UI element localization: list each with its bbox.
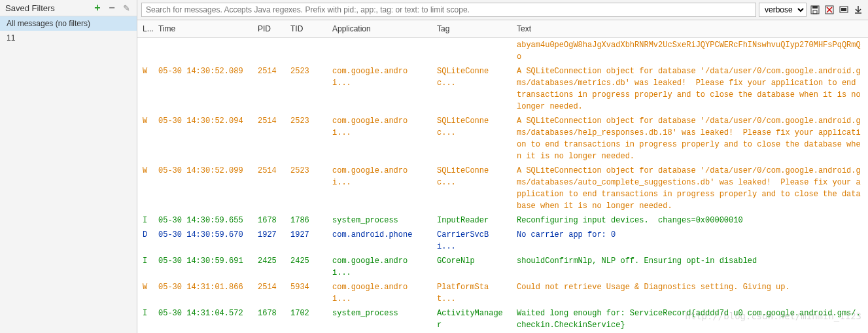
log-cell: 2523 (285, 114, 327, 164)
save-log-icon[interactable] (809, 4, 821, 16)
log-cell: 2425 (285, 254, 327, 280)
remove-filter-icon[interactable]: − (107, 3, 117, 13)
log-cell: 05-30 14:31:01.866 (153, 280, 252, 306)
log-row[interactable]: abyam4u0peOgW8haJgXvadXbhRNRMv2UcSxeRiJQ… (137, 38, 868, 65)
log-cell: 1927 (285, 228, 327, 254)
log-cell: I (137, 254, 153, 280)
col-tid[interactable]: TID (285, 20, 327, 38)
log-cell: A SQLiteConnection object for database '… (512, 164, 868, 213)
saved-filters-header: Saved Filters + − ✎ (0, 0, 137, 16)
logcat-main: verbose L... Time PID TID Application T (137, 0, 868, 333)
log-table-area[interactable]: L... Time PID TID Application Tag Text a… (137, 20, 868, 333)
clear-log-icon[interactable] (824, 4, 835, 16)
log-cell: com.google.androi... (327, 64, 432, 114)
log-cell: shouldConfirmNlp, NLP off. Ensuring opt-… (512, 254, 868, 280)
svg-rect-1 (812, 6, 818, 9)
log-cell: SQLiteConnec... (432, 64, 512, 114)
log-cell: SQLiteConnec... (432, 114, 512, 164)
log-cell: Reconfiguring input devices. changes=0x0… (512, 213, 868, 228)
screen-capture-icon[interactable] (838, 4, 850, 16)
col-level[interactable]: L... (137, 20, 153, 38)
log-row[interactable]: W05-30 14:30:52.09925142523com.google.an… (137, 164, 868, 213)
filter-item[interactable]: All messages (no filters) (0, 16, 137, 31)
log-cell: A SQLiteConnection object for database '… (512, 64, 868, 114)
log-row[interactable]: I05-30 14:31:04.57216781702system_proces… (137, 306, 868, 332)
log-cell: abyam4u0peOgW8haJgXvadXbhRNRMv2UcSxeRiJQ… (512, 38, 868, 65)
log-cell: I (137, 306, 153, 332)
log-cell: 2425 (252, 254, 285, 280)
log-cell: com.android.phone (327, 228, 432, 254)
log-cell: 05-30 14:30:52.089 (153, 64, 252, 114)
log-cell: 1678 (252, 213, 285, 228)
log-row[interactable]: I05-30 14:30:59.65516781786system_proces… (137, 213, 868, 228)
search-input[interactable] (141, 3, 756, 17)
log-cell: 2514 (252, 280, 285, 306)
log-row[interactable]: W05-30 14:31:01.86625145934com.google.an… (137, 280, 868, 306)
log-row[interactable]: W05-30 14:30:52.09425142523com.google.an… (137, 114, 868, 164)
log-cell: com.google.androi... (327, 164, 432, 213)
log-cell: CarrierSvcBi... (432, 228, 512, 254)
log-cell: 05-30 14:30:59.670 (153, 228, 252, 254)
log-cell: 05-30 14:31:04.572 (153, 306, 252, 332)
log-cell: I (137, 213, 153, 228)
log-cell: 1702 (285, 306, 327, 332)
log-row[interactable]: D05-30 14:30:59.67019271927com.android.p… (137, 228, 868, 254)
log-cell: GCoreNlp (432, 254, 512, 280)
svg-rect-7 (841, 8, 846, 11)
log-cell: system_process (327, 213, 432, 228)
logcat-toolbar: verbose (137, 0, 868, 20)
log-cell: system_process (327, 306, 432, 332)
log-cell (327, 38, 432, 65)
log-cell: W (137, 164, 153, 213)
edit-filter-icon[interactable]: ✎ (121, 3, 131, 13)
log-cell (432, 38, 512, 65)
log-cell: W (137, 64, 153, 114)
svg-rect-2 (813, 10, 817, 14)
log-cell: 2514 (252, 114, 285, 164)
scroll-lock-icon[interactable] (852, 4, 864, 16)
log-cell: ActivityManager (432, 306, 512, 332)
col-time[interactable]: Time (153, 20, 252, 38)
filter-item[interactable]: 11 (0, 31, 137, 45)
col-text[interactable]: Text (512, 20, 868, 38)
log-cell: 05-30 14:30:52.099 (153, 164, 252, 213)
log-cell: 2523 (285, 164, 327, 213)
log-cell: InputReader (432, 213, 512, 228)
log-level-select[interactable]: verbose (759, 3, 807, 17)
log-row[interactable]: I05-30 14:30:59.69124252425com.google.an… (137, 254, 868, 280)
filter-list: All messages (no filters)11 (0, 16, 137, 333)
log-cell: Waited long enough for: ServiceRecord{ad… (512, 306, 868, 332)
log-cell: 5934 (285, 280, 327, 306)
log-cell: 2514 (252, 64, 285, 114)
log-cell: 05-30 14:30:52.094 (153, 114, 252, 164)
log-cell: 05-30 14:30:59.691 (153, 254, 252, 280)
col-tag[interactable]: Tag (432, 20, 512, 38)
log-cell (252, 38, 285, 65)
saved-filters-title: Saved Filters (5, 3, 55, 13)
log-cell: W (137, 114, 153, 164)
log-header-row: L... Time PID TID Application Tag Text (137, 20, 868, 38)
log-cell: SQLiteConnec... (432, 164, 512, 213)
log-cell: A SQLiteConnection object for database '… (512, 114, 868, 164)
log-cell: W (137, 280, 153, 306)
col-pid[interactable]: PID (252, 20, 285, 38)
add-filter-icon[interactable]: + (92, 3, 103, 13)
log-cell (153, 38, 252, 65)
log-row[interactable]: W05-30 14:30:52.08925142523com.google.an… (137, 64, 868, 114)
log-cell (137, 38, 153, 65)
log-cell: PlatformStat... (432, 280, 512, 306)
log-cell: 1927 (252, 228, 285, 254)
log-table: L... Time PID TID Application Tag Text a… (137, 20, 868, 333)
log-cell: Could not retrieve Usage & Diagnostics s… (512, 280, 868, 306)
log-cell: 2514 (252, 164, 285, 213)
log-cell: 2523 (285, 64, 327, 114)
log-cell: D (137, 228, 153, 254)
log-cell (285, 38, 327, 65)
saved-filters-panel: Saved Filters + − ✎ All messages (no fil… (0, 0, 137, 333)
log-cell: com.google.androi... (327, 280, 432, 306)
log-cell: com.google.androi... (327, 254, 432, 280)
log-cell: com.google.androi... (327, 114, 432, 164)
log-cell: 1678 (252, 306, 285, 332)
col-app[interactable]: Application (327, 20, 432, 38)
log-cell: No carrier app for: 0 (512, 228, 868, 254)
